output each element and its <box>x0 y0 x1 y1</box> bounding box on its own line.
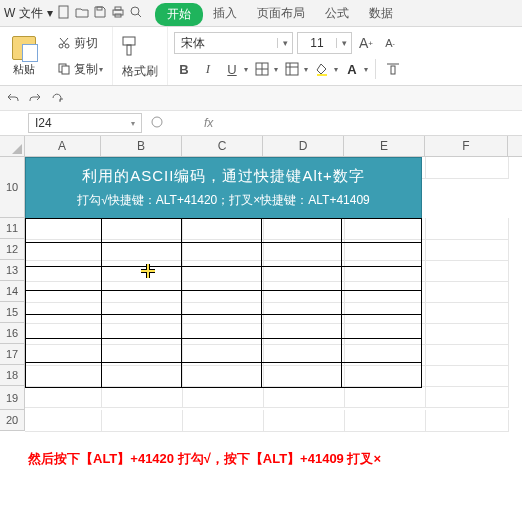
increase-font-button[interactable]: A+ <box>356 33 376 53</box>
new-icon[interactable] <box>57 5 71 22</box>
decrease-font-button[interactable]: A- <box>380 33 400 53</box>
col-header[interactable]: D <box>263 136 344 156</box>
cell[interactable] <box>426 410 509 432</box>
fx-icon[interactable] <box>150 115 164 132</box>
paste-button[interactable]: 粘贴 <box>0 27 48 85</box>
undo-button[interactable] <box>6 91 20 105</box>
col-header[interactable]: C <box>182 136 263 156</box>
format-painter-button[interactable]: 格式刷 <box>119 62 161 81</box>
bordered-range[interactable] <box>25 218 422 388</box>
name-box[interactable]: I24 ▾ <box>28 113 142 133</box>
row-header[interactable]: 12 <box>0 239 25 260</box>
cell[interactable] <box>183 410 264 432</box>
banner-title: 利用的ASCII编码，通过快捷键Alt+数字 <box>82 167 364 186</box>
menubar: W 文件 ▾ 开始 插入 页面布局 公式 数据 <box>0 0 522 27</box>
tab-formulas[interactable]: 公式 <box>315 1 359 26</box>
row-header[interactable]: 15 <box>0 302 25 323</box>
cell[interactable] <box>426 281 509 303</box>
row-header[interactable]: 10 <box>0 157 25 218</box>
cell[interactable] <box>264 410 345 432</box>
cell-style-button[interactable] <box>282 59 302 79</box>
app-logo: W <box>4 6 15 20</box>
col-header[interactable]: F <box>425 136 508 156</box>
select-all-corner[interactable] <box>0 136 25 157</box>
cell[interactable] <box>426 157 509 179</box>
row-header[interactable]: 14 <box>0 281 25 302</box>
separator <box>375 59 376 79</box>
cell[interactable] <box>426 323 509 345</box>
border-button[interactable] <box>252 59 272 79</box>
cell[interactable] <box>426 344 509 366</box>
row-header[interactable]: 20 <box>0 410 25 431</box>
tab-data[interactable]: 数据 <box>359 1 403 26</box>
refresh-button[interactable] <box>50 91 64 105</box>
tab-home[interactable]: 开始 <box>155 3 203 26</box>
tab-insert[interactable]: 插入 <box>203 1 247 26</box>
svg-rect-1 <box>97 7 102 10</box>
font-size-select[interactable]: 11 ▾ <box>297 32 352 54</box>
fill-color-button[interactable] <box>312 59 332 79</box>
spreadsheet[interactable]: A B C D E F 10 11 12 13 14 15 16 17 18 1… <box>0 136 522 496</box>
col-header[interactable]: A <box>24 136 101 156</box>
chevron-down-icon: ▾ <box>47 6 53 20</box>
scissors-icon <box>57 36 71 50</box>
cell[interactable] <box>25 410 102 432</box>
open-icon[interactable] <box>75 5 89 22</box>
info-banner: 利用的ASCII编码，通过快捷键Alt+数字 打勾√快捷键：ALT+41420；… <box>25 157 422 219</box>
svg-rect-13 <box>123 37 135 45</box>
cell[interactable] <box>102 410 183 432</box>
row-header[interactable]: 17 <box>0 344 25 365</box>
cell[interactable] <box>345 386 426 408</box>
tab-pagelayout[interactable]: 页面布局 <box>247 1 315 26</box>
print-icon[interactable] <box>111 5 125 22</box>
quick-bar <box>0 86 522 111</box>
row-header[interactable]: 13 <box>0 260 25 281</box>
svg-rect-3 <box>115 7 121 10</box>
ribbon-tabs: 开始 插入 页面布局 公式 数据 <box>155 1 403 26</box>
col-header[interactable]: B <box>101 136 182 156</box>
file-menu[interactable]: 文件 ▾ <box>19 5 52 22</box>
cut-button[interactable]: 剪切 <box>54 34 101 53</box>
row-header[interactable]: 16 <box>0 323 25 344</box>
cell[interactable] <box>25 386 102 408</box>
align-top-button[interactable] <box>383 59 403 79</box>
paste-label: 粘贴 <box>13 62 35 77</box>
redo-button[interactable] <box>28 91 42 105</box>
bold-button[interactable]: B <box>174 59 194 79</box>
cell[interactable] <box>183 386 264 408</box>
file-menu-label: 文件 <box>19 6 43 20</box>
font-color-button[interactable]: A <box>342 59 362 79</box>
font-size-value: 11 <box>298 36 336 50</box>
row-header[interactable]: 11 <box>0 218 25 239</box>
cut-label: 剪切 <box>74 35 98 52</box>
copy-label: 复制 <box>74 61 98 78</box>
font-name-select[interactable]: 宋体 ▾ <box>174 32 293 54</box>
copy-button[interactable]: 复制 ▾ <box>54 60 106 79</box>
chevron-down-icon: ▾ <box>304 65 308 74</box>
cell[interactable] <box>345 410 426 432</box>
save-icon[interactable] <box>93 5 107 22</box>
cell[interactable] <box>426 239 509 261</box>
svg-point-24 <box>152 117 162 127</box>
fx-label[interactable]: fx <box>204 116 213 130</box>
svg-rect-12 <box>62 66 69 74</box>
cell[interactable] <box>264 386 345 408</box>
cell[interactable] <box>426 386 509 408</box>
underline-button[interactable]: U <box>222 59 242 79</box>
cell[interactable] <box>426 218 509 240</box>
col-header[interactable]: E <box>344 136 425 156</box>
row-header[interactable]: 18 <box>0 365 25 386</box>
instruction-text: 然后按下【ALT】+41420 打勾√，按下【ALT】+41409 打叉× <box>28 450 381 468</box>
chevron-down-icon: ▾ <box>99 65 103 74</box>
preview-icon[interactable] <box>129 5 143 22</box>
row-header[interactable]: 19 <box>0 386 25 410</box>
svg-rect-23 <box>391 66 395 74</box>
clipboard-icon <box>12 36 36 60</box>
name-box-value: I24 <box>35 116 52 130</box>
cell[interactable] <box>426 260 509 282</box>
chevron-down-icon: ▾ <box>244 65 248 74</box>
cell[interactable] <box>426 302 509 324</box>
cell[interactable] <box>426 365 509 387</box>
italic-button[interactable]: I <box>198 59 218 79</box>
cell[interactable] <box>102 386 183 408</box>
